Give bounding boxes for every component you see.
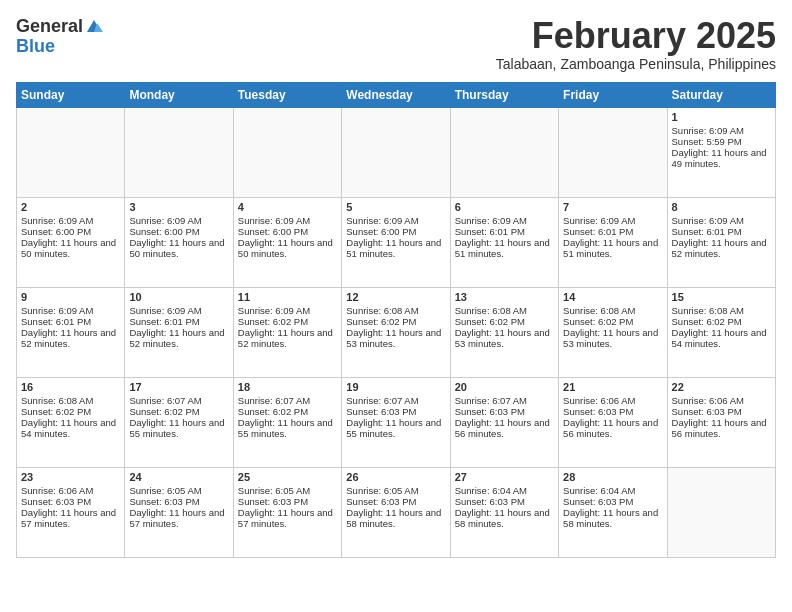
day-info-line: Sunrise: 6:09 AM [21, 215, 120, 226]
day-cell-28: 28Sunrise: 6:04 AMSunset: 6:03 PMDayligh… [559, 467, 667, 557]
day-info-line: Sunset: 6:02 PM [455, 316, 554, 327]
day-info-line: Sunrise: 6:04 AM [455, 485, 554, 496]
day-info-line: Sunset: 6:03 PM [21, 496, 120, 507]
day-info-line: Daylight: 11 hours and 51 minutes. [346, 237, 445, 259]
day-number: 15 [672, 291, 771, 303]
day-info-line: Sunrise: 6:07 AM [455, 395, 554, 406]
day-info-line: Sunset: 6:03 PM [672, 406, 771, 417]
day-info-line: Daylight: 11 hours and 58 minutes. [455, 507, 554, 529]
day-cell-12: 12Sunrise: 6:08 AMSunset: 6:02 PMDayligh… [342, 287, 450, 377]
day-info-line: Sunset: 6:03 PM [563, 406, 662, 417]
empty-cell [667, 467, 775, 557]
day-cell-4: 4Sunrise: 6:09 AMSunset: 6:00 PMDaylight… [233, 197, 341, 287]
day-info-line: Sunset: 6:02 PM [672, 316, 771, 327]
day-info-line: Sunset: 6:02 PM [346, 316, 445, 327]
logo-general-text: General [16, 16, 83, 37]
day-info-line: Daylight: 11 hours and 56 minutes. [563, 417, 662, 439]
day-cell-26: 26Sunrise: 6:05 AMSunset: 6:03 PMDayligh… [342, 467, 450, 557]
day-cell-2: 2Sunrise: 6:09 AMSunset: 6:00 PMDaylight… [17, 197, 125, 287]
day-info-line: Sunset: 6:03 PM [455, 496, 554, 507]
day-cell-19: 19Sunrise: 6:07 AMSunset: 6:03 PMDayligh… [342, 377, 450, 467]
day-number: 27 [455, 471, 554, 483]
week-row-4: 16Sunrise: 6:08 AMSunset: 6:02 PMDayligh… [17, 377, 776, 467]
day-info-line: Sunset: 6:02 PM [21, 406, 120, 417]
day-info-line: Sunrise: 6:06 AM [672, 395, 771, 406]
day-info-line: Sunset: 6:00 PM [21, 226, 120, 237]
day-number: 7 [563, 201, 662, 213]
weekday-header-sunday: Sunday [17, 82, 125, 107]
day-cell-27: 27Sunrise: 6:04 AMSunset: 6:03 PMDayligh… [450, 467, 558, 557]
day-info-line: Daylight: 11 hours and 50 minutes. [21, 237, 120, 259]
day-cell-15: 15Sunrise: 6:08 AMSunset: 6:02 PMDayligh… [667, 287, 775, 377]
day-number: 18 [238, 381, 337, 393]
day-info-line: Daylight: 11 hours and 51 minutes. [563, 237, 662, 259]
day-info-line: Daylight: 11 hours and 57 minutes. [129, 507, 228, 529]
day-cell-16: 16Sunrise: 6:08 AMSunset: 6:02 PMDayligh… [17, 377, 125, 467]
day-info-line: Sunset: 6:01 PM [563, 226, 662, 237]
day-number: 20 [455, 381, 554, 393]
day-cell-18: 18Sunrise: 6:07 AMSunset: 6:02 PMDayligh… [233, 377, 341, 467]
day-info-line: Sunset: 6:02 PM [129, 406, 228, 417]
day-info-line: Sunset: 6:02 PM [238, 316, 337, 327]
day-info-line: Sunrise: 6:09 AM [672, 215, 771, 226]
day-cell-20: 20Sunrise: 6:07 AMSunset: 6:03 PMDayligh… [450, 377, 558, 467]
day-info-line: Sunrise: 6:09 AM [21, 305, 120, 316]
day-info-line: Daylight: 11 hours and 52 minutes. [21, 327, 120, 349]
day-info-line: Daylight: 11 hours and 52 minutes. [238, 327, 337, 349]
weekday-header-thursday: Thursday [450, 82, 558, 107]
day-number: 28 [563, 471, 662, 483]
page-header: General Blue February 2025 Talabaan, Zam… [16, 16, 776, 72]
empty-cell [450, 107, 558, 197]
day-info-line: Sunrise: 6:08 AM [21, 395, 120, 406]
empty-cell [233, 107, 341, 197]
day-cell-23: 23Sunrise: 6:06 AMSunset: 6:03 PMDayligh… [17, 467, 125, 557]
week-row-3: 9Sunrise: 6:09 AMSunset: 6:01 PMDaylight… [17, 287, 776, 377]
week-row-5: 23Sunrise: 6:06 AMSunset: 6:03 PMDayligh… [17, 467, 776, 557]
day-info-line: Sunset: 6:03 PM [238, 496, 337, 507]
weekday-header-friday: Friday [559, 82, 667, 107]
day-info-line: Daylight: 11 hours and 52 minutes. [672, 237, 771, 259]
day-number: 14 [563, 291, 662, 303]
day-info-line: Sunrise: 6:09 AM [672, 125, 771, 136]
day-number: 4 [238, 201, 337, 213]
day-cell-13: 13Sunrise: 6:08 AMSunset: 6:02 PMDayligh… [450, 287, 558, 377]
day-number: 11 [238, 291, 337, 303]
day-info-line: Sunrise: 6:07 AM [238, 395, 337, 406]
day-number: 2 [21, 201, 120, 213]
week-row-1: 1Sunrise: 6:09 AMSunset: 5:59 PMDaylight… [17, 107, 776, 197]
day-info-line: Sunset: 6:03 PM [455, 406, 554, 417]
day-number: 23 [21, 471, 120, 483]
weekday-header-monday: Monday [125, 82, 233, 107]
day-info-line: Daylight: 11 hours and 57 minutes. [238, 507, 337, 529]
day-info-line: Daylight: 11 hours and 55 minutes. [129, 417, 228, 439]
day-info-line: Daylight: 11 hours and 58 minutes. [346, 507, 445, 529]
day-info-line: Sunset: 6:00 PM [129, 226, 228, 237]
day-info-line: Daylight: 11 hours and 50 minutes. [238, 237, 337, 259]
day-info-line: Sunrise: 6:08 AM [346, 305, 445, 316]
day-info-line: Sunrise: 6:09 AM [563, 215, 662, 226]
day-info-line: Sunrise: 6:09 AM [129, 215, 228, 226]
day-info-line: Sunrise: 6:09 AM [455, 215, 554, 226]
day-cell-14: 14Sunrise: 6:08 AMSunset: 6:02 PMDayligh… [559, 287, 667, 377]
day-number: 16 [21, 381, 120, 393]
day-number: 9 [21, 291, 120, 303]
day-cell-1: 1Sunrise: 6:09 AMSunset: 5:59 PMDaylight… [667, 107, 775, 197]
day-info-line: Sunset: 6:01 PM [21, 316, 120, 327]
day-number: 26 [346, 471, 445, 483]
month-title: February 2025 [496, 16, 776, 56]
day-info-line: Sunset: 5:59 PM [672, 136, 771, 147]
day-info-line: Daylight: 11 hours and 55 minutes. [346, 417, 445, 439]
location-text: Talabaan, Zamboanga Peninsula, Philippin… [496, 56, 776, 72]
day-info-line: Sunset: 6:03 PM [346, 406, 445, 417]
day-info-line: Daylight: 11 hours and 51 minutes. [455, 237, 554, 259]
day-number: 13 [455, 291, 554, 303]
weekday-header-saturday: Saturday [667, 82, 775, 107]
day-number: 22 [672, 381, 771, 393]
day-number: 21 [563, 381, 662, 393]
day-info-line: Sunrise: 6:05 AM [238, 485, 337, 496]
day-info-line: Sunrise: 6:09 AM [238, 305, 337, 316]
day-info-line: Daylight: 11 hours and 54 minutes. [21, 417, 120, 439]
day-info-line: Sunset: 6:00 PM [346, 226, 445, 237]
day-number: 3 [129, 201, 228, 213]
day-info-line: Sunrise: 6:06 AM [563, 395, 662, 406]
